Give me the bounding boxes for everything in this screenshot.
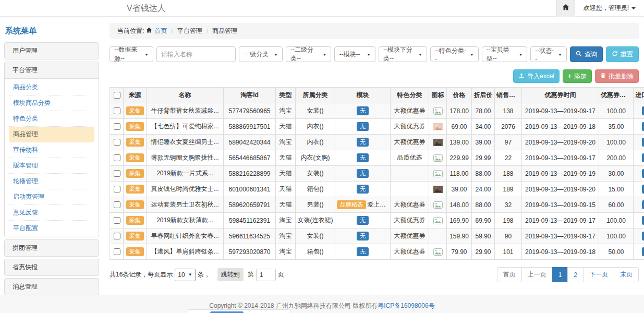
breadcrumb-home-link[interactable]: 首页 xyxy=(154,27,167,35)
name-search-input[interactable] xyxy=(156,46,236,62)
module-badge[interactable]: 品牌精选 xyxy=(337,200,366,210)
module-badge[interactable]: 无 xyxy=(357,232,369,241)
import-pick-toggle[interactable]: 否 xyxy=(642,153,644,163)
sidebar-item[interactable]: 特色分类 xyxy=(9,111,94,127)
filter-select[interactable]: --状态--▼ xyxy=(530,46,567,62)
sidebar-group-header[interactable]: 省惠快报 xyxy=(5,259,99,275)
row-checkbox[interactable] xyxy=(114,107,120,114)
select-all-checkbox[interactable] xyxy=(114,92,120,99)
row-checkbox[interactable] xyxy=(114,201,120,208)
import-pick-toggle[interactable]: 否 xyxy=(642,122,644,131)
sidebar-group-header[interactable]: 消息管理 xyxy=(5,279,99,295)
filter-select[interactable]: --数据来源--▼ xyxy=(110,46,153,62)
product-category: 女装() xyxy=(296,166,335,182)
row-checkbox[interactable] xyxy=(114,123,120,130)
table-row: 采集情侣睡衣女夏丝绸男士...589042420344淘宝内衣()无大额优惠券1… xyxy=(110,135,644,150)
reset-button[interactable]: 重置 xyxy=(606,46,639,62)
sidebar-item[interactable]: 轮播管理 xyxy=(9,174,94,189)
sidebar-item[interactable]: 商品分类 xyxy=(9,80,94,95)
page-button[interactable]: 1 xyxy=(552,267,568,282)
import-pick-toggle[interactable]: 否 xyxy=(642,138,644,147)
discount-price: 78.00 xyxy=(472,103,495,119)
module-badge[interactable]: 无 xyxy=(357,169,369,178)
import-pick-toggle[interactable]: 否 xyxy=(642,247,644,257)
product-category: 内衣(文胸) xyxy=(296,150,335,166)
coupon-time: 2019-09-13—2019-09-19 xyxy=(522,166,599,182)
app-brand: V省钱达人 xyxy=(127,0,166,17)
sidebar-item[interactable]: 版本管理 xyxy=(9,158,94,174)
row-checkbox[interactable] xyxy=(114,217,120,224)
page-button[interactable]: 上一页 xyxy=(521,267,553,282)
icp-link[interactable]: 粤ICP备16098006号 xyxy=(378,302,434,309)
sidebar-item[interactable]: 平台配置 xyxy=(9,221,94,236)
module-badge[interactable]: 无 xyxy=(357,185,369,194)
import-pick-toggle[interactable]: 否 xyxy=(642,169,644,178)
taoke-id: 588216228899 xyxy=(224,166,276,182)
search-button[interactable]: 查询 xyxy=(570,46,603,62)
sidebar-item[interactable]: 模块商品分类 xyxy=(9,95,94,111)
row-checkbox[interactable] xyxy=(114,170,120,177)
product-type: 淘宝 xyxy=(276,213,296,228)
per-page-select[interactable]: 10 ▼ xyxy=(175,269,195,281)
sidebar-group-header[interactable]: 平台管理 xyxy=(5,62,99,78)
table-row: 采集2019新款一片式系...588216228899天猫女装()无118.00… xyxy=(110,166,644,182)
filter-select[interactable]: 一级分类▼ xyxy=(239,46,283,62)
add-button[interactable]: + 添加 xyxy=(563,69,592,83)
taoke-id: 565446685867 xyxy=(224,150,276,166)
source-badge: 采集 xyxy=(126,185,144,194)
page-button[interactable]: 末页 xyxy=(614,267,639,282)
source-badge: 采集 xyxy=(126,216,144,225)
row-checkbox[interactable] xyxy=(114,248,120,255)
source-badge: 采集 xyxy=(126,153,144,163)
page-button[interactable]: 首页 xyxy=(497,267,522,282)
records-unit-text: 条， xyxy=(198,270,210,279)
price: 79.90 xyxy=(447,244,472,260)
import-pick-toggle[interactable]: 否 xyxy=(642,232,644,241)
coupon-amount: 15.00 xyxy=(599,182,634,197)
import-pick-toggle[interactable]: 否 xyxy=(642,200,644,210)
row-checkbox[interactable] xyxy=(114,139,120,146)
bulk-delete-button[interactable]: 批量删除 xyxy=(595,69,639,83)
home-shortcut-button[interactable] xyxy=(556,0,575,17)
import-pick-toggle[interactable]: 否 xyxy=(642,185,644,194)
taoke-id: 588869917501 xyxy=(224,119,276,135)
import-pick-toggle[interactable]: 否 xyxy=(642,106,644,116)
import-pick-toggle[interactable]: 否 xyxy=(642,216,644,225)
row-checkbox[interactable] xyxy=(114,233,120,239)
row-checkbox[interactable] xyxy=(114,154,120,161)
column-header: 类型 xyxy=(276,88,296,103)
module-badge[interactable]: 无 xyxy=(357,153,369,163)
row-checkbox[interactable] xyxy=(114,186,120,192)
filter-select[interactable]: --模块--▼ xyxy=(334,46,375,62)
sidebar-item[interactable]: 启动页管理 xyxy=(9,189,94,205)
filter-select[interactable]: --模块下分类--▼ xyxy=(379,46,427,62)
sidebar-item[interactable]: 宣传物料 xyxy=(9,142,94,158)
page-number-input[interactable] xyxy=(256,269,276,281)
module-badge[interactable]: 无 xyxy=(357,216,369,225)
import-excel-button[interactable]: 导入excel xyxy=(513,69,560,83)
records-total-text: 共16条记录，每页显示 xyxy=(110,270,173,279)
filter-select[interactable]: --宝贝类型--▼ xyxy=(482,46,528,62)
user-menu[interactable]: 欢迎您，管理员! xyxy=(575,0,644,17)
column-header: 所属分类 xyxy=(296,88,335,103)
jump-button[interactable]: 跳转到 xyxy=(217,268,244,281)
search-icon xyxy=(576,51,582,58)
sidebar-item[interactable]: 意见反馈 xyxy=(9,205,94,221)
table-row: 采集真皮钱包时尚优雅女士...601000601341天猫箱包()无39.002… xyxy=(110,182,644,197)
page-button[interactable]: 下一页 xyxy=(583,267,614,282)
column-header: 来源 xyxy=(124,88,147,103)
page-button[interactable]: 2 xyxy=(567,267,584,282)
filter-select[interactable]: --二级分类--▼ xyxy=(286,46,332,62)
sidebar-item[interactable]: 商品管理 xyxy=(9,127,94,142)
coupon-time: 2019-09-13—2019-09-18 xyxy=(522,244,599,260)
module-badge[interactable]: 无 xyxy=(357,247,369,257)
price: 229.99 xyxy=(447,150,472,166)
filter-select[interactable]: --特色分类--▼ xyxy=(430,46,479,62)
sidebar-group-header[interactable]: 用户管理 xyxy=(5,43,99,59)
sales-count: 2076 xyxy=(495,119,522,135)
module-badge[interactable]: 无 xyxy=(357,106,369,116)
module-badge[interactable]: 无 xyxy=(357,122,369,131)
products-table-head: 来源名称淘客Id类型所属分类模块特色分类图标价格折后价销售数量优惠券时间优惠券金… xyxy=(110,88,644,103)
sidebar-group-header[interactable]: 拼团管理 xyxy=(5,240,99,256)
module-badge[interactable]: 无 xyxy=(357,138,369,147)
